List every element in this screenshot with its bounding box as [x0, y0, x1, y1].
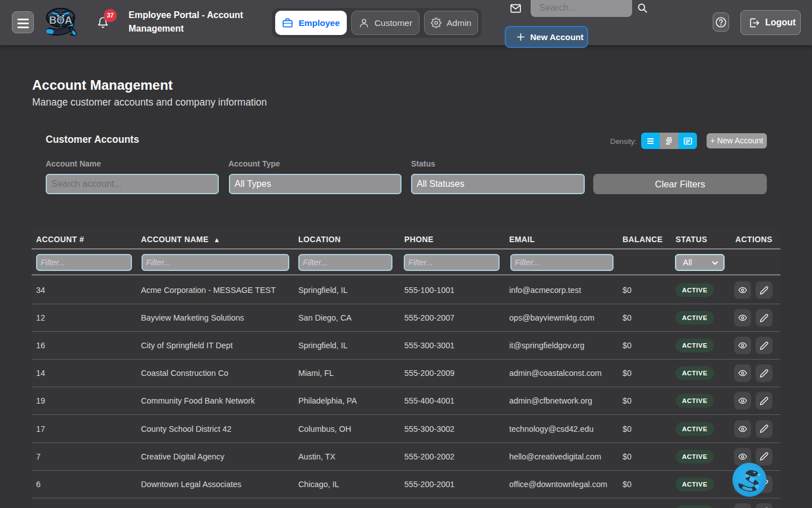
- svg-text:BOA: BOA: [49, 14, 72, 26]
